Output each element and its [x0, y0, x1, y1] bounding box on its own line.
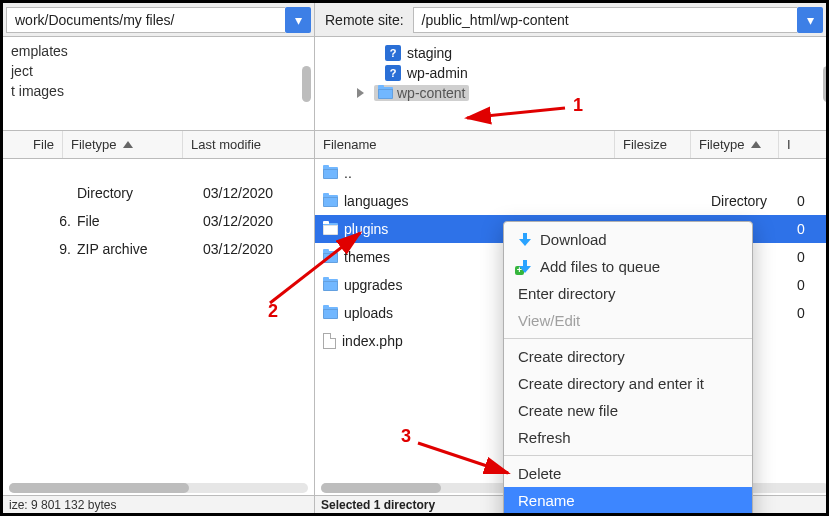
col-filesize[interactable]: Filesize	[615, 131, 691, 158]
menu-download[interactable]: Download	[504, 226, 752, 253]
menu-view-edit: View/Edit	[504, 307, 752, 334]
remote-path-bar: Remote site: /public_html/wp-content ▾	[315, 3, 826, 37]
menu-label: View/Edit	[518, 312, 580, 329]
local-status: ize: 9 801 132 bytes	[3, 496, 315, 513]
question-icon: ?	[385, 45, 401, 61]
remote-path-input[interactable]: /public_html/wp-content	[413, 7, 797, 33]
cell-file: 6.	[11, 213, 71, 229]
top-bar: work/Documents/my files/ ▾ Remote site: …	[3, 3, 826, 37]
cell-modified: 03/12/2020	[203, 185, 314, 201]
folder-icon	[323, 279, 338, 291]
local-columns: File Filetype Last modifie	[3, 131, 314, 159]
tree-item-label: wp-content	[397, 85, 465, 101]
col-filetype[interactable]: Filetype	[691, 131, 779, 158]
remote-site-label: Remote site:	[315, 12, 410, 28]
remote-tree[interactable]: ? staging ? wp-admin wp-content	[315, 37, 829, 131]
table-row[interactable]: 6. File 03/12/2020	[3, 207, 314, 235]
menu-refresh[interactable]: Refresh	[504, 424, 752, 451]
table-row[interactable]: ..	[315, 159, 829, 187]
table-row[interactable]: Directory 03/12/2020	[3, 179, 314, 207]
menu-label: Enter directory	[518, 285, 616, 302]
menu-separator	[504, 338, 752, 339]
h-scrollbar-thumb[interactable]	[321, 483, 441, 493]
menu-label: Create new file	[518, 402, 618, 419]
cell-name: plugins	[344, 221, 388, 237]
cell-extra: 0	[797, 249, 827, 265]
cell-filetype: File	[77, 213, 197, 229]
local-tree-item[interactable]: ject	[11, 61, 306, 81]
cell-extra: 0	[797, 221, 827, 237]
local-tree-item[interactable]: emplates	[11, 41, 306, 61]
disclosure-icon[interactable]	[357, 88, 364, 98]
cell-type: Directory	[711, 193, 791, 209]
menu-delete[interactable]: Delete	[504, 460, 752, 487]
folder-icon	[323, 307, 338, 319]
cell-file: 9.	[11, 241, 71, 257]
tree-item-wp-content[interactable]: wp-content	[357, 83, 827, 103]
cell-extra: 0	[797, 277, 827, 293]
cell-name: ..	[344, 165, 352, 181]
local-path-dropdown[interactable]: ▾	[285, 7, 311, 33]
scrollbar-thumb[interactable]	[302, 66, 311, 102]
download-icon	[518, 233, 532, 247]
cell-modified: 03/12/2020	[203, 213, 314, 229]
cell-name: upgrades	[344, 277, 402, 293]
local-pane: emplates ject t images File Filetype Las…	[3, 37, 315, 495]
tree-item-wp-admin[interactable]: ? wp-admin	[385, 63, 827, 83]
context-menu: Download + Add files to queue Enter dire…	[503, 221, 753, 516]
folder-icon	[323, 195, 338, 207]
col-extra[interactable]: I	[779, 131, 829, 158]
remote-path-dropdown[interactable]: ▾	[797, 7, 823, 33]
question-icon: ?	[385, 65, 401, 81]
menu-enter-directory[interactable]: Enter directory	[504, 280, 752, 307]
local-path-bar: work/Documents/my files/ ▾	[3, 3, 315, 37]
menu-create-directory[interactable]: Create directory	[504, 343, 752, 370]
file-icon	[323, 333, 336, 349]
col-last-modified[interactable]: Last modifie	[183, 131, 314, 158]
table-row[interactable]: languages Directory 0	[315, 187, 829, 215]
tree-item-staging[interactable]: ? staging	[385, 43, 827, 63]
download-queue-icon: +	[518, 260, 532, 274]
local-listing[interactable]: Directory 03/12/2020 6. File 03/12/2020 …	[3, 159, 314, 495]
cell-filetype: Directory	[77, 185, 197, 201]
menu-label: Create directory and enter it	[518, 375, 704, 392]
cell-modified: 03/12/2020	[203, 241, 314, 257]
col-filetype[interactable]: Filetype	[63, 131, 183, 158]
cell-name: index.php	[342, 333, 403, 349]
ftp-window: work/Documents/my files/ ▾ Remote site: …	[0, 0, 829, 516]
tree-item-label: wp-admin	[407, 65, 468, 81]
local-tree[interactable]: emplates ject t images	[3, 37, 314, 131]
chevron-down-icon: ▾	[807, 12, 814, 28]
col-filename[interactable]: Filename	[315, 131, 615, 158]
menu-create-directory-enter[interactable]: Create directory and enter it	[504, 370, 752, 397]
menu-add-files-to-queue[interactable]: + Add files to queue	[504, 253, 752, 280]
local-tree-item[interactable]: t images	[11, 81, 306, 101]
cell-extra: 0	[797, 305, 827, 321]
col-file[interactable]: File	[3, 131, 63, 158]
folder-icon	[323, 251, 338, 263]
menu-label: Rename	[518, 492, 575, 509]
remote-columns: Filename Filesize Filetype I	[315, 131, 829, 159]
folder-icon	[378, 87, 393, 99]
tree-item-label: staging	[407, 45, 452, 61]
cell-name: uploads	[344, 305, 393, 321]
cell-name: themes	[344, 249, 390, 265]
cell-filetype: ZIP archive	[77, 241, 197, 257]
table-row[interactable]: 9. ZIP archive 03/12/2020	[3, 235, 314, 263]
h-scrollbar[interactable]	[9, 483, 308, 493]
menu-create-new-file[interactable]: Create new file	[504, 397, 752, 424]
local-path-input[interactable]: work/Documents/my files/	[6, 7, 285, 33]
menu-label: Refresh	[518, 429, 571, 446]
h-scrollbar-thumb[interactable]	[9, 483, 189, 493]
folder-icon	[323, 167, 338, 179]
scrollbar-thumb[interactable]	[823, 66, 829, 102]
menu-rename[interactable]: Rename	[504, 487, 752, 514]
menu-separator	[504, 455, 752, 456]
menu-label: Delete	[518, 465, 561, 482]
menu-label: Create directory	[518, 348, 625, 365]
chevron-down-icon: ▾	[295, 12, 302, 28]
cell-name: languages	[344, 193, 409, 209]
menu-label: Download	[540, 231, 607, 248]
cell-extra: 0	[797, 193, 827, 209]
folder-icon	[323, 223, 338, 235]
